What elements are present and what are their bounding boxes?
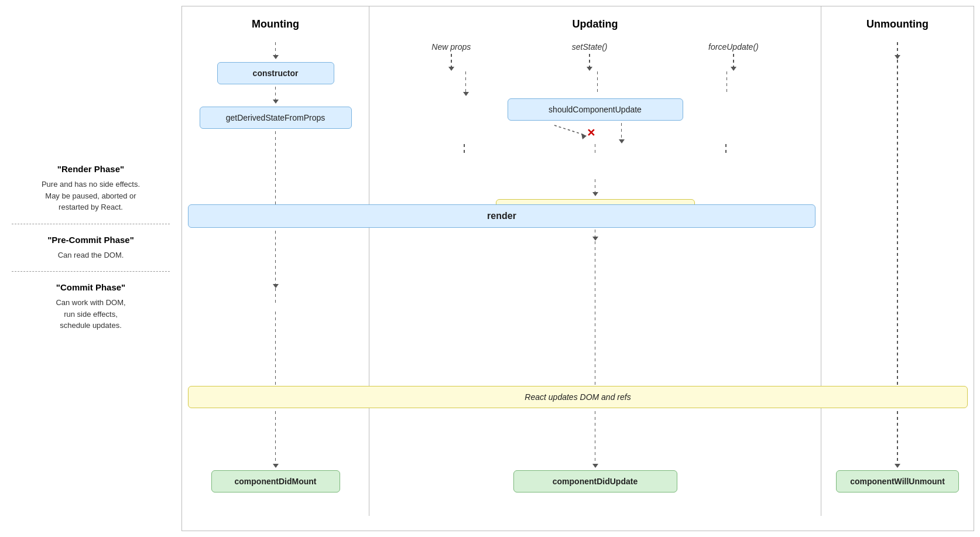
component-will-unmount-box: componentWillUnmount (836, 470, 959, 492)
trigger-set-state: setState() (572, 42, 608, 71)
should-component-update-box: shouldComponentUpdate (508, 98, 683, 121)
updating-header: Updating (573, 18, 618, 30)
unmounting-column: Unmounting componentWillUnmount (821, 6, 974, 516)
render-phase-label: "Render Phase" (18, 164, 164, 174)
commit-phase-section: "Commit Phase" Can work with DOM,run sid… (12, 282, 170, 331)
render-phase-section: "Render Phase" Pure and has no side effe… (12, 164, 170, 213)
diagram-area: Mounting constructor getDerivedStateFrom… (181, 6, 974, 531)
updating-column: Updating New props setState() (369, 6, 821, 516)
mounting-dom-line (273, 312, 279, 468)
left-panel: "Render Phase" Pure and has no side effe… (0, 0, 181, 537)
false-cross-icon: ✕ (587, 126, 595, 139)
divider-2 (12, 271, 170, 272)
divider-1 (12, 224, 170, 224)
get-derived-state-box: getDerivedStateFromProps (200, 107, 352, 129)
mounting-arrow-to-render (273, 131, 279, 288)
trigger-new-props: New props (431, 42, 471, 71)
false-branch: ✕ (508, 123, 683, 144)
mounting-column: Mounting constructor getDerivedStateFrom… (182, 6, 369, 516)
component-did-mount-box: componentDidMount (211, 470, 340, 492)
mounting-entry-arrow (273, 42, 279, 60)
svg-line-0 (554, 125, 584, 135)
precommit-phase-desc: Can read the DOM. (18, 249, 164, 261)
updating-dom-line (592, 241, 598, 468)
updating-triggers: New props setState() forceUpdate() (375, 42, 815, 71)
unmounting-header: Unmounting (866, 18, 928, 30)
precommit-phase-section: "Pre-Commit Phase" Can read the DOM. (12, 235, 170, 261)
unmounting-entry (895, 42, 900, 60)
trigger-force-update: forceUpdate() (708, 42, 759, 71)
commit-phase-label: "Commit Phase" (18, 282, 164, 292)
constructor-box: constructor (217, 62, 334, 84)
unmounting-long-line (895, 60, 900, 468)
get-snapshot-before-update-box: getSnapshotBeforeUpdate (496, 199, 695, 221)
snapshot-section: getSnapshotBeforeUpdate (375, 179, 815, 241)
mounting-header: Mounting (252, 18, 299, 30)
precommit-phase-label: "Pre-Commit Phase" (18, 235, 164, 245)
svg-marker-1 (581, 134, 587, 139)
arrow-after-constructor (273, 87, 279, 104)
component-did-update-box: componentDidUpdate (513, 470, 677, 492)
commit-phase-desc: Can work with DOM,run side effects,sched… (18, 297, 164, 331)
render-phase-desc: Pure and has no side effects.May be paus… (18, 179, 164, 213)
mounting-below-render-line (275, 288, 276, 312)
